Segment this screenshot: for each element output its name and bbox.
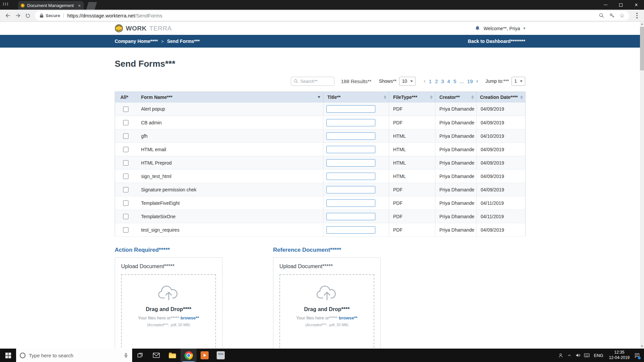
row-checkbox[interactable]: [123, 187, 128, 192]
title-input[interactable]: [326, 132, 375, 140]
action-center-button[interactable]: [633, 349, 641, 362]
creator-cell: Priya Dhamande: [435, 129, 477, 143]
browser-menu-icon[interactable]: [633, 13, 641, 18]
table-row: test_sign_requires PDF Priya Dhamande 04…: [115, 223, 526, 237]
pagination-prev[interactable]: ‹: [424, 78, 426, 84]
jump-to-select[interactable]: 1: [512, 77, 525, 86]
row-checkbox[interactable]: [123, 133, 128, 139]
tray-overflow-button[interactable]: [565, 349, 574, 362]
secure-label: Secure: [46, 13, 60, 18]
row-checkbox[interactable]: [123, 174, 128, 179]
bookmark-star-icon[interactable]: ☆: [620, 13, 625, 18]
notification-bell-icon[interactable]: [475, 25, 480, 31]
pagination-page[interactable]: 1: [429, 78, 432, 84]
pagination-page[interactable]: 5: [453, 78, 456, 84]
video-app-button[interactable]: [197, 349, 213, 362]
header-title[interactable]: Title**: [323, 92, 389, 103]
file-explorer-button[interactable]: [164, 349, 180, 362]
sort-desc-icon[interactable]: [318, 96, 320, 98]
breadcrumb-current: Send Forms***: [167, 39, 200, 44]
microphone-icon[interactable]: [123, 352, 128, 358]
pagination-next[interactable]: ›: [476, 78, 478, 84]
creator-cell: Priya Dhamande: [435, 170, 477, 183]
close-button[interactable]: ✕: [629, 0, 644, 10]
pagination-page[interactable]: 4: [447, 78, 450, 84]
browser-tab[interactable]: Document Management ×: [18, 1, 84, 10]
tab-favicon-icon: [20, 3, 25, 8]
row-checkbox[interactable]: [123, 160, 128, 166]
title-input[interactable]: [326, 173, 375, 180]
title-input[interactable]: [326, 119, 375, 126]
browse-link[interactable]: browse**: [180, 315, 199, 320]
welcome-user-menu[interactable]: Welcome**, Priya: [484, 26, 520, 31]
drag-and-drop-label: Drag and Drop****: [125, 306, 212, 312]
header-creator[interactable]: Creator**: [435, 92, 477, 103]
mail-icon: [153, 352, 160, 358]
title-input[interactable]: [326, 159, 375, 167]
address-bar[interactable]: Secure https://dmsstage.workterra.net/Se…: [35, 11, 629, 20]
sort-icon[interactable]: [471, 96, 474, 99]
row-checkbox[interactable]: [123, 120, 128, 125]
people-button[interactable]: [556, 349, 565, 362]
results-count: 188 Results**: [341, 78, 372, 84]
clock-date: 12-04-2019: [609, 355, 630, 361]
back-to-dashboard-link[interactable]: Back to Dashboard********: [468, 39, 525, 44]
header-creation-date[interactable]: Creation Date****: [477, 92, 526, 103]
back-button[interactable]: [3, 11, 13, 21]
browse-link[interactable]: browse**: [339, 315, 358, 320]
sort-icon[interactable]: [384, 96, 386, 99]
volume-button[interactable]: [574, 349, 582, 362]
title-input[interactable]: [326, 146, 375, 153]
header-form-name[interactable]: Form Name***: [137, 92, 323, 103]
scrollbar-down-icon[interactable]: [641, 346, 643, 347]
taskbar-clock[interactable]: 12:35 12-04-2019: [606, 350, 633, 360]
page-scrollbar[interactable]: [640, 22, 644, 349]
row-checkbox[interactable]: [123, 107, 128, 112]
pagination-page[interactable]: 3: [441, 78, 444, 84]
taskbar-search[interactable]: [16, 349, 132, 362]
pagination-page[interactable]: 19: [467, 78, 473, 84]
sort-icon[interactable]: [520, 96, 523, 99]
chrome-app-button[interactable]: [180, 349, 197, 362]
user-menu-chevron-icon[interactable]: ▾: [523, 26, 525, 31]
forward-button[interactable]: [13, 11, 23, 21]
title-input[interactable]: [326, 186, 375, 193]
zoom-button[interactable]: [599, 13, 604, 18]
task-view-icon: [137, 352, 143, 358]
sort-icon[interactable]: [430, 96, 433, 99]
minimize-button[interactable]: [598, 0, 613, 10]
title-input[interactable]: [326, 226, 375, 234]
breadcrumb-home-link[interactable]: Company Home****: [115, 39, 158, 44]
row-checkbox[interactable]: [123, 227, 128, 233]
scrollbar-thumb[interactable]: [640, 27, 644, 70]
reload-button[interactable]: [23, 11, 33, 21]
shows-select-value: 10: [402, 78, 407, 84]
scrollbar-up-icon[interactable]: [641, 23, 643, 25]
taskbar-search-input[interactable]: [29, 353, 123, 358]
password-manager-button[interactable]: [609, 13, 615, 18]
shows-select[interactable]: 10: [399, 77, 416, 86]
start-button[interactable]: [0, 349, 16, 362]
drop-zone[interactable]: Drag and Drop**** Your files here or****…: [279, 274, 374, 349]
form-name-cell: TemplateFiveEight: [137, 196, 323, 210]
row-checkbox[interactable]: [123, 147, 128, 152]
task-view-button[interactable]: [132, 349, 148, 362]
title-input[interactable]: [326, 213, 375, 220]
maximize-button[interactable]: [613, 0, 629, 10]
touch-keyboard-button[interactable]: [582, 349, 591, 362]
window-grid-icon: [3, 3, 8, 5]
language-indicator[interactable]: ENG: [591, 353, 606, 358]
mail-app-button[interactable]: [148, 349, 164, 362]
row-checkbox[interactable]: [123, 200, 128, 206]
header-file-type[interactable]: FileType***: [389, 92, 435, 103]
drop-zone[interactable]: Drag and Drop**** Your files here or****…: [121, 274, 216, 349]
row-checkbox[interactable]: [123, 214, 128, 219]
title-input[interactable]: [326, 105, 375, 113]
action-required-section: Action Required***** Upload Document****…: [115, 247, 273, 349]
title-input[interactable]: [326, 199, 375, 207]
new-tab-button[interactable]: [86, 2, 97, 10]
notification-badge: [638, 357, 641, 359]
tab-close-icon[interactable]: ×: [77, 3, 82, 8]
pagination-page[interactable]: 2: [435, 78, 438, 84]
app-button[interactable]: [213, 349, 229, 362]
